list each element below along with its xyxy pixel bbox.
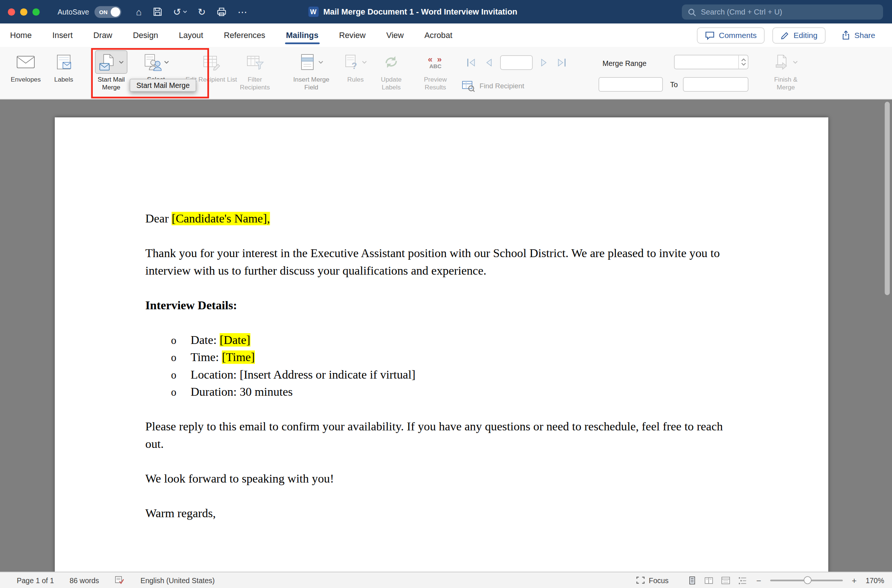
search-icon xyxy=(687,8,696,16)
tab-acrobat[interactable]: Acrobat xyxy=(423,25,453,46)
save-icon xyxy=(152,7,162,17)
document-canvas: Dear [Candidate's Name], Thank you for y… xyxy=(0,99,892,572)
preview-results-button[interactable]: « » ABC Preview Results xyxy=(418,49,453,91)
tab-review[interactable]: Review xyxy=(338,25,367,46)
signoff-line: Warm regards, xyxy=(145,505,728,522)
word-window: AutoSave ON ⌂ ↺ ↻ ⋯ W Mail Merge Documen… xyxy=(0,0,892,588)
undo-button[interactable]: ↺ xyxy=(173,7,187,17)
autosave-toggle[interactable]: ON xyxy=(94,6,121,18)
find-recipient-icon xyxy=(462,80,475,92)
bullet-glyph: o xyxy=(171,349,191,366)
first-record-button[interactable] xyxy=(466,57,477,68)
word-app-icon: W xyxy=(308,6,319,18)
tab-draw[interactable]: Draw xyxy=(92,25,113,46)
start-mail-merge-icon xyxy=(98,53,116,71)
start-mail-merge-tooltip: Start Mail Merge xyxy=(130,79,196,92)
tab-home[interactable]: Home xyxy=(9,25,33,46)
save-button[interactable] xyxy=(152,7,162,17)
chevron-down-icon xyxy=(362,60,367,64)
document-page[interactable]: Dear [Candidate's Name], Thank you for y… xyxy=(55,117,828,572)
autosave-toggle-knob xyxy=(111,7,121,17)
editing-mode-button[interactable]: Editing xyxy=(772,27,825,44)
outline-view-icon[interactable] xyxy=(738,576,747,585)
search-box[interactable] xyxy=(682,4,883,20)
zoom-slider[interactable] xyxy=(770,579,843,581)
tab-mailings[interactable]: Mailings xyxy=(285,25,319,46)
focus-mode-button[interactable]: Focus xyxy=(636,576,669,585)
filter-recipients-icon xyxy=(246,54,264,70)
share-button[interactable]: Share xyxy=(833,27,883,44)
language-indicator[interactable]: English (United States) xyxy=(141,576,214,585)
reply-paragraph: Please reply to this email to confirm yo… xyxy=(145,418,728,453)
merge-range-to-input[interactable] xyxy=(683,77,748,92)
page-indicator[interactable]: Page 1 of 1 xyxy=(17,576,54,585)
ribbon-tab-bar: Home Insert Draw Design Layout Reference… xyxy=(0,24,892,47)
read-mode-view-icon[interactable] xyxy=(704,576,714,585)
record-number-input[interactable] xyxy=(501,56,533,70)
redo-button[interactable]: ↻ xyxy=(198,7,206,17)
salutation-prefix: Dear xyxy=(145,212,172,225)
vertical-scrollbar-thumb[interactable] xyxy=(885,102,890,295)
tab-layout[interactable]: Layout xyxy=(178,25,204,46)
interview-details-heading: Interview Details: xyxy=(145,297,728,315)
closing-paragraph: We look forward to speaking with you! xyxy=(145,470,728,488)
focus-icon xyxy=(636,576,645,584)
merge-placeholder-time: [Time] xyxy=(222,351,255,364)
zoom-window-button[interactable] xyxy=(32,8,40,16)
share-icon xyxy=(841,30,851,40)
merge-range-stepper[interactable] xyxy=(739,56,748,69)
chevron-down-icon xyxy=(183,10,187,14)
insert-merge-field-button[interactable]: Insert Merge Field xyxy=(293,49,330,91)
web-layout-view-icon[interactable] xyxy=(721,576,731,585)
filter-recipients-button[interactable]: Filter Recipients xyxy=(235,49,275,91)
zoom-out-button[interactable]: − xyxy=(756,575,761,585)
close-window-button[interactable] xyxy=(8,8,15,16)
zoom-in-button[interactable]: + xyxy=(852,575,857,585)
proofing-status-button[interactable] xyxy=(115,576,125,585)
word-count[interactable]: 86 words xyxy=(70,576,99,585)
merge-range-to-label: To xyxy=(670,81,678,89)
start-mail-merge-button[interactable]: Start Mail Merge xyxy=(94,49,129,91)
labels-button[interactable]: Labels xyxy=(49,49,78,84)
svg-text:?: ? xyxy=(352,61,357,71)
view-mode-switcher xyxy=(687,576,747,585)
rules-icon: ? xyxy=(344,54,360,70)
next-record-icon xyxy=(540,57,549,68)
zoom-level[interactable]: 170% xyxy=(865,576,884,585)
tab-design[interactable]: Design xyxy=(132,25,159,46)
intro-paragraph: Thank you for your interest in the Execu… xyxy=(145,245,728,279)
merge-range-dropdown[interactable] xyxy=(674,55,748,69)
more-commands-button[interactable]: ⋯ xyxy=(238,7,247,17)
title-bar: AutoSave ON ⌂ ↺ ↻ ⋯ W Mail Merge Documen… xyxy=(0,0,892,24)
next-record-button[interactable] xyxy=(540,57,549,68)
tab-references[interactable]: References xyxy=(223,25,267,46)
find-recipient-button[interactable]: Find Recipient xyxy=(462,80,524,92)
comment-icon xyxy=(705,30,715,40)
chevron-down-icon xyxy=(118,60,124,64)
edit-recipient-list-icon xyxy=(202,54,220,70)
start-mail-merge-iconbox xyxy=(95,50,127,74)
bullet-glyph: o xyxy=(171,332,191,349)
print-icon xyxy=(216,7,227,17)
tab-insert[interactable]: Insert xyxy=(51,25,74,46)
home-button[interactable]: ⌂ xyxy=(136,7,142,17)
tab-view[interactable]: View xyxy=(385,25,405,46)
comments-button[interactable]: Comments xyxy=(697,27,765,44)
merge-range-from-input[interactable] xyxy=(599,77,663,92)
search-input[interactable] xyxy=(701,8,877,16)
last-record-button[interactable] xyxy=(556,57,567,68)
merge-range-label: Merge Range xyxy=(603,59,646,68)
minimize-window-button[interactable] xyxy=(20,8,28,16)
envelopes-button[interactable]: Envelopes xyxy=(6,49,46,84)
print-button[interactable] xyxy=(216,7,227,17)
rules-button[interactable]: ? Rules xyxy=(340,49,371,84)
edit-recipient-list-button[interactable]: Edit Recipient List xyxy=(188,49,235,84)
list-item-time: o Time: [Time] xyxy=(145,349,728,366)
zoom-slider-knob[interactable] xyxy=(804,576,811,584)
print-layout-view-icon[interactable] xyxy=(687,576,697,585)
update-labels-button[interactable]: Update Labels xyxy=(376,49,407,91)
bullet-glyph: o xyxy=(171,383,191,401)
previous-record-button[interactable] xyxy=(484,57,493,68)
finish-merge-button[interactable]: Finish & Merge xyxy=(768,49,804,91)
record-navigation xyxy=(466,56,567,70)
